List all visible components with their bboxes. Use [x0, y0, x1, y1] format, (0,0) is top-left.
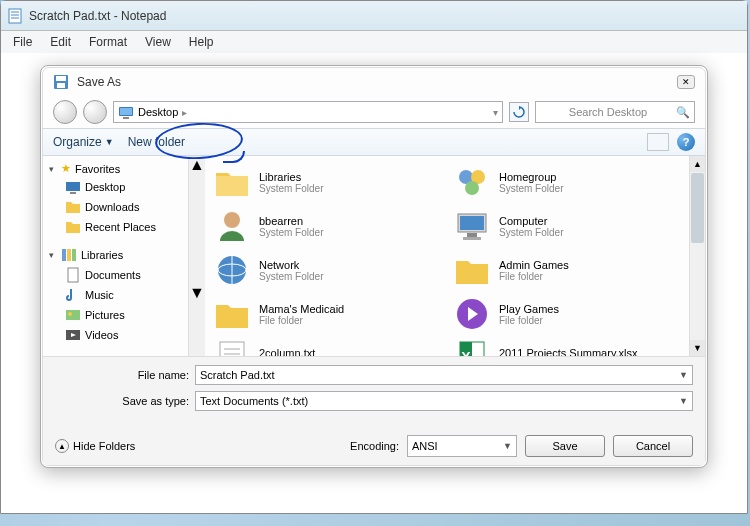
libraries-icon: [213, 163, 251, 201]
save-button[interactable]: Save: [525, 435, 605, 457]
refresh-button[interactable]: [509, 102, 529, 122]
help-button[interactable]: ?: [677, 133, 695, 151]
list-item[interactable]: LibrariesSystem Folder: [207, 160, 447, 204]
forward-button[interactable]: [83, 100, 107, 124]
list-item[interactable]: Admin GamesFile folder: [447, 248, 687, 292]
sidebar-item-desktop[interactable]: Desktop: [43, 177, 188, 197]
main-area: ▾ ★ Favorites Desktop Downloads Recent P…: [43, 156, 705, 356]
filename-input[interactable]: Scratch Pad.txt ▼: [195, 365, 693, 385]
sidebar-favorites[interactable]: ▾ ★ Favorites: [43, 160, 188, 177]
sidebar-homegroup[interactable]: ▸ Homegroup: [43, 353, 188, 356]
music-icon: [65, 287, 81, 303]
list-item[interactable]: NetworkSystem Folder: [207, 248, 447, 292]
refresh-icon: [513, 106, 525, 118]
chevron-down-icon: ▾: [49, 164, 57, 174]
desktop-icon: [65, 179, 81, 195]
list-item[interactable]: Mama's MedicaidFile folder: [207, 292, 447, 336]
view-mode-button[interactable]: [647, 133, 669, 151]
desktop-icon: [118, 104, 134, 120]
menu-view[interactable]: View: [137, 33, 179, 51]
titlebar[interactable]: Scratch Pad.txt - Notepad: [1, 1, 747, 31]
play-icon: [453, 295, 491, 333]
folder-icon: [453, 251, 491, 289]
search-input[interactable]: Search Desktop 🔍: [535, 101, 695, 123]
homegroup-icon: [453, 163, 491, 201]
sidebar-item-pictures[interactable]: Pictures: [43, 305, 188, 325]
content-pane[interactable]: LibrariesSystem Folder bbearrenSystem Fo…: [205, 156, 705, 356]
list-item[interactable]: 2column.txtText Document: [207, 336, 447, 356]
chevron-down-icon: ▼: [679, 370, 688, 380]
star-icon: ★: [61, 162, 71, 175]
svg-rect-0: [9, 9, 21, 23]
svg-rect-9: [123, 117, 129, 119]
sidebar: ▾ ★ Favorites Desktop Downloads Recent P…: [43, 156, 189, 356]
network-icon: [213, 251, 251, 289]
toolbar: Organize ▼ New folder ?: [43, 128, 705, 156]
save-type-combo[interactable]: Text Documents (*.txt) ▼: [195, 391, 693, 411]
dialog-titlebar[interactable]: Save As ✕: [43, 68, 705, 96]
text-file-icon: [213, 339, 251, 356]
dialog-footer: ▲ Hide Folders Encoding: ANSI ▼ Save Can…: [43, 427, 705, 465]
svg-point-23: [224, 212, 240, 228]
chevron-right-icon[interactable]: ▸: [182, 107, 187, 118]
sidebar-item-videos[interactable]: Videos: [43, 325, 188, 345]
svg-point-17: [68, 312, 72, 316]
sidebar-item-documents[interactable]: Documents: [43, 265, 188, 285]
encoding-label: Encoding:: [350, 440, 399, 452]
folder-icon: [213, 295, 251, 333]
new-folder-button[interactable]: New folder: [128, 135, 185, 149]
back-button[interactable]: [53, 100, 77, 124]
svg-rect-15: [68, 268, 78, 282]
sidebar-item-downloads[interactable]: Downloads: [43, 197, 188, 217]
breadcrumb-dropdown-icon[interactable]: ▾: [493, 107, 498, 118]
search-icon: 🔍: [676, 106, 690, 119]
documents-icon: [65, 267, 81, 283]
svg-rect-35: [460, 216, 484, 230]
svg-rect-14: [72, 249, 76, 261]
organize-button[interactable]: Organize ▼: [53, 135, 114, 149]
breadcrumb[interactable]: Desktop ▸ ▾: [113, 101, 503, 123]
excel-icon: X: [453, 339, 491, 356]
chevron-up-icon: ▲: [55, 439, 69, 453]
user-icon: [213, 207, 251, 245]
hide-folders-button[interactable]: ▲ Hide Folders: [55, 439, 135, 453]
sidebar-libraries[interactable]: ▾ Libraries: [43, 245, 188, 265]
sidebar-item-music[interactable]: Music: [43, 285, 188, 305]
notepad-client-area: Save As ✕ Desktop ▸ ▾: [1, 53, 747, 513]
content-scrollbar[interactable]: ▲▼: [689, 156, 705, 356]
svg-rect-12: [62, 249, 66, 261]
svg-rect-5: [56, 76, 66, 81]
breadcrumb-location: Desktop: [138, 106, 178, 118]
computer-icon: [453, 207, 491, 245]
menu-format[interactable]: Format: [81, 33, 135, 51]
menu-edit[interactable]: Edit: [42, 33, 79, 51]
nav-row: Desktop ▸ ▾ Search Desktop 🔍: [43, 96, 705, 128]
list-item[interactable]: bbearrenSystem Folder: [207, 204, 447, 248]
folder-icon: [65, 219, 81, 235]
svg-rect-8: [120, 108, 132, 115]
save-type-label: Save as type:: [103, 395, 189, 407]
cancel-button[interactable]: Cancel: [613, 435, 693, 457]
close-button[interactable]: ✕: [677, 75, 695, 89]
sidebar-scrollbar[interactable]: ▲▼: [189, 156, 205, 356]
sidebar-item-recent[interactable]: Recent Places: [43, 217, 188, 237]
dialog-title: Save As: [77, 75, 669, 89]
save-icon: [53, 74, 69, 90]
chevron-down-icon: ▼: [679, 396, 688, 406]
pictures-icon: [65, 307, 81, 323]
list-item[interactable]: Play GamesFile folder: [447, 292, 687, 336]
homegroup-icon: [61, 355, 77, 356]
search-placeholder: Search Desktop: [569, 106, 647, 118]
form-area: File name: Scratch Pad.txt ▼ Save as typ…: [43, 356, 705, 427]
menu-file[interactable]: File: [5, 33, 40, 51]
list-item[interactable]: X2011 Projects Summary.xlsxShortcut: [447, 336, 687, 356]
list-item[interactable]: ComputerSystem Folder: [447, 204, 687, 248]
encoding-combo[interactable]: ANSI ▼: [407, 435, 517, 457]
list-item[interactable]: HomegroupSystem Folder: [447, 160, 687, 204]
menu-help[interactable]: Help: [181, 33, 222, 51]
svg-rect-11: [70, 192, 76, 194]
folder-icon: [65, 199, 81, 215]
save-as-dialog: Save As ✕ Desktop ▸ ▾: [40, 65, 708, 468]
svg-rect-13: [67, 249, 71, 261]
libraries-icon: [61, 247, 77, 263]
